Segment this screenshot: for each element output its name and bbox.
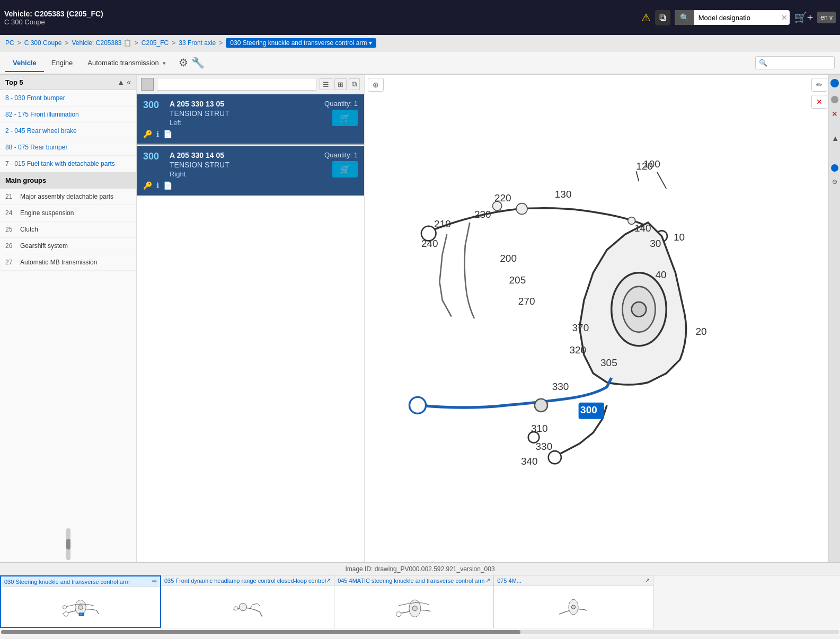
top5-item-2[interactable]: 2 - 045 Rear wheel brake bbox=[0, 123, 136, 139]
group-item-4[interactable]: 27 Automatic MB transmission bbox=[0, 254, 136, 271]
top-search-clear-button[interactable]: ✕ bbox=[779, 13, 790, 22]
part-item-0-code[interactable]: A 205 330 13 05 bbox=[170, 100, 324, 108]
add-to-cart-button-0[interactable]: 🛒 bbox=[332, 110, 358, 126]
scrollbar-track[interactable] bbox=[1, 630, 839, 634]
part-item-0-key-button[interactable]: 🔑 bbox=[143, 130, 152, 138]
svg-text:305: 305 bbox=[600, 357, 617, 368]
svg-point-11 bbox=[549, 451, 561, 464]
thumbnail-2[interactable]: 045 4MATIC steering knuckle and transver… bbox=[334, 575, 494, 628]
tab-engine[interactable]: Engine bbox=[44, 55, 80, 72]
group-item-3[interactable]: 26 Gearshift system bbox=[0, 238, 136, 254]
list-view-button[interactable]: ☰ bbox=[320, 78, 332, 90]
copy-icon[interactable]: ⧉ bbox=[655, 10, 670, 25]
top5-item-4[interactable]: 7 - 015 Fuel tank with detachable parts bbox=[0, 156, 136, 172]
thumbnail-1[interactable]: 035 Front dynamic headlamp range control… bbox=[161, 575, 334, 628]
svg-text:220: 220 bbox=[494, 192, 511, 203]
part-item-1-actions: 🔑 ℹ 📄 bbox=[143, 181, 358, 190]
color-tab-gray[interactable] bbox=[141, 78, 154, 91]
thumbnail-3-label[interactable]: 075 4M... ↗ bbox=[494, 575, 653, 586]
diagram-edit-button[interactable]: ✏ bbox=[811, 78, 827, 92]
part-item-1-key-button[interactable]: 🔑 bbox=[143, 181, 152, 190]
thumbnail-2-edit-icon: ↗ bbox=[485, 577, 490, 584]
breadcrumb-frontaxle[interactable]: 33 Front axle bbox=[179, 39, 216, 47]
top5-minimize-button[interactable]: « bbox=[127, 78, 131, 86]
part-item-1-pdf-button[interactable]: 📄 bbox=[163, 181, 172, 190]
warning-icon[interactable]: ⚠ bbox=[641, 11, 651, 24]
image-id-bar: Image ID: drawing_PV000.002.592.921_vers… bbox=[0, 563, 840, 575]
scrollbar-bar[interactable] bbox=[0, 628, 840, 636]
breadcrumb-c300[interactable]: C 300 Coupe bbox=[24, 39, 62, 47]
bottom-strip: Image ID: drawing_PV000.002.592.921_vers… bbox=[0, 562, 840, 636]
thumbnail-1-label[interactable]: 035 Front dynamic headlamp range control… bbox=[161, 575, 334, 586]
left-sidebar: Top 5 ▲ « 8 - 030 Front bumper 82 - 175 … bbox=[0, 75, 137, 562]
group-item-1[interactable]: 24 Engine suspension bbox=[0, 205, 136, 221]
part-item-0-info-button[interactable]: ℹ bbox=[156, 130, 159, 138]
breadcrumb-current[interactable]: 030 Steering knuckle and transverse cont… bbox=[226, 38, 376, 48]
thumbnail-3[interactable]: 075 4M... ↗ bbox=[494, 575, 653, 628]
group-item-0[interactable]: 21 Major assembly detachable parts bbox=[0, 189, 136, 205]
add-to-cart-button-1[interactable]: 🛒 bbox=[332, 161, 358, 178]
group-label-4: Automatic MB transmission bbox=[20, 259, 97, 266]
svg-text:205: 205 bbox=[509, 274, 526, 286]
part-item-1-info-button[interactable]: ℹ bbox=[156, 181, 159, 190]
main-content: Top 5 ▲ « 8 - 030 Front bumper 82 - 175 … bbox=[0, 75, 840, 562]
parts-filter-input[interactable] bbox=[157, 78, 316, 91]
svg-text:20: 20 bbox=[695, 326, 706, 337]
right-panel-btn-1[interactable] bbox=[831, 96, 838, 103]
split-view-button[interactable]: ⧉ bbox=[349, 78, 360, 90]
thumbnail-0-label[interactable]: 030 Steering knuckle and transverse cont… bbox=[1, 576, 160, 587]
breadcrumb-dropdown-icon[interactable]: ▾ bbox=[369, 39, 372, 47]
top5-list: 8 - 030 Front bumper 82 - 175 Front illu… bbox=[0, 90, 136, 172]
language-badge[interactable]: en v bbox=[817, 12, 836, 23]
tab-transmission[interactable]: Automatic transmission ▾ bbox=[80, 55, 173, 72]
top5-collapse-button[interactable]: ▲ bbox=[117, 78, 125, 86]
parts-panel: ☰ ⊞ ⧉ 300 A 205 330 13 05 TENSION STRUT … bbox=[137, 75, 365, 562]
top-search-button[interactable]: 🔍 bbox=[675, 10, 694, 25]
svg-point-8 bbox=[632, 302, 647, 317]
qty-label-1: Quantity: bbox=[324, 151, 352, 159]
top-header-right: ⚠ ⧉ 🔍 ✕ 🛒+ en v bbox=[641, 10, 836, 25]
group-num-3: 26 bbox=[5, 242, 20, 250]
right-panel-btn-0[interactable] bbox=[830, 79, 839, 87]
nav-search-input[interactable] bbox=[771, 57, 834, 68]
image-view-button[interactable]: ⊞ bbox=[334, 78, 347, 90]
part-item-1-details: A 205 330 14 05 TENSION STRUT Right bbox=[170, 151, 324, 178]
right-panel-minus-icon[interactable]: ⊖ bbox=[832, 178, 837, 185]
top-search-input[interactable] bbox=[694, 11, 779, 25]
breadcrumb: PC > C 300 Coupe > Vehicle: C205383 📋 > … bbox=[0, 35, 840, 51]
group-item-2[interactable]: 25 Clutch bbox=[0, 221, 136, 238]
right-panel-close-icon[interactable]: ✕ bbox=[832, 110, 838, 118]
add-to-cart-icon[interactable]: 🛒+ bbox=[794, 11, 814, 24]
part-item-0: 300 A 205 330 13 05 TENSION STRUT Left Q… bbox=[137, 94, 364, 145]
breadcrumb-pc[interactable]: PC bbox=[5, 39, 14, 47]
settings-icon[interactable]: ⚙ bbox=[179, 56, 188, 69]
top5-item-0[interactable]: 8 - 030 Front bumper bbox=[0, 90, 136, 106]
svg-text:270: 270 bbox=[518, 296, 535, 307]
breadcrumb-vehicle[interactable]: Vehicle: C205383 📋 bbox=[72, 39, 131, 47]
tools-icon[interactable]: 🔧 bbox=[191, 56, 205, 69]
scrollbar-thumb[interactable] bbox=[1, 630, 520, 634]
group-label-1: Engine suspension bbox=[20, 209, 74, 217]
part-item-0-header: 300 A 205 330 13 05 TENSION STRUT Left Q… bbox=[143, 100, 358, 127]
thumbnail-0[interactable]: 030 Steering knuckle and transverse cont… bbox=[0, 575, 161, 628]
right-panel-label: ▶ bbox=[831, 137, 838, 141]
thumbnail-0-edit-icon: ✏ bbox=[152, 578, 157, 585]
parts-panel-header: ☰ ⊞ ⧉ bbox=[137, 75, 364, 94]
part-item-0-pdf-button[interactable]: 📄 bbox=[163, 130, 172, 138]
thumbnail-0-svg: 300 bbox=[17, 591, 144, 623]
part-item-1-code[interactable]: A 205 330 14 05 bbox=[170, 151, 324, 159]
svg-text:330: 330 bbox=[552, 381, 569, 392]
svg-point-10 bbox=[535, 399, 547, 412]
thumbnail-2-label[interactable]: 045 4MATIC steering knuckle and transver… bbox=[334, 575, 493, 586]
diagram-close-button[interactable]: ✕ bbox=[811, 95, 827, 109]
thumbnail-1-text: 035 Front dynamic headlamp range control… bbox=[164, 578, 326, 584]
zoom-in-button[interactable]: ⊕ bbox=[368, 78, 384, 92]
breadcrumb-c205fc[interactable]: C205_FC bbox=[142, 39, 169, 47]
top5-item-3[interactable]: 88 - 075 Rear bumper bbox=[0, 139, 136, 156]
nav-search-box: 🔍 bbox=[755, 56, 835, 69]
tab-vehicle[interactable]: Vehicle bbox=[5, 55, 44, 72]
part-item-0-variant: Left bbox=[170, 119, 324, 127]
top5-item-1[interactable]: 82 - 175 Front illumination bbox=[0, 106, 136, 123]
svg-text:300: 300 bbox=[580, 404, 597, 415]
right-panel-btn-2[interactable] bbox=[831, 164, 838, 172]
